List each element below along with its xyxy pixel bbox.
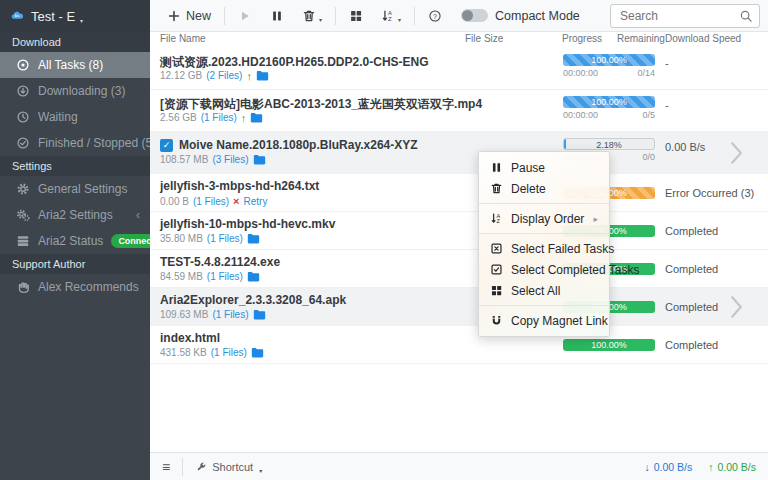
arrow-down-icon: ↓ xyxy=(644,461,649,473)
folder-icon[interactable] xyxy=(253,154,266,165)
chevron-right-icon[interactable] xyxy=(730,295,743,319)
menu-item-copy-magnet-link[interactable]: Copy Magnet Link xyxy=(479,310,609,331)
progress-label: 100.00% xyxy=(563,339,655,351)
menu-icon[interactable]: ≡ xyxy=(162,459,170,475)
search-input[interactable] xyxy=(610,4,760,28)
file-count-link[interactable]: (3 Files) xyxy=(212,154,248,165)
section-header-download: Download xyxy=(0,32,150,52)
status-text: Error Occurred (3) xyxy=(665,187,754,199)
progress-bar: 100.00% xyxy=(563,339,655,351)
sidebar-item-general-settings[interactable]: General Settings xyxy=(0,176,150,202)
section-header-support-author: Support Author xyxy=(0,254,150,274)
retry-link[interactable]: Retry xyxy=(243,196,267,207)
status-text: - xyxy=(665,57,669,69)
table-row[interactable]: index.html431.58 KB(1 Files)100.00%Compl… xyxy=(150,326,768,364)
folder-icon[interactable] xyxy=(256,70,269,81)
gears-icon xyxy=(16,208,30,222)
table-row[interactable]: [资源下载网站]电影ABC-2013-2013_蓝光国英双语双字.mp42.56… xyxy=(150,90,768,132)
file-count-link[interactable]: (2 Files) xyxy=(206,70,242,81)
bullseye-icon xyxy=(16,58,30,72)
menu-item-select-all[interactable]: Select All xyxy=(479,280,609,301)
grid-icon xyxy=(490,284,503,297)
sidebar-item-label: Alex Recommends xyxy=(38,280,139,294)
trash-icon xyxy=(490,182,503,195)
gear-icon xyxy=(16,182,30,196)
toggle-knob xyxy=(462,10,473,21)
sidebar-item-label: Aria2 Status xyxy=(38,234,103,248)
chevron-right-icon[interactable] xyxy=(730,141,743,165)
file-count-link[interactable]: (1 Files) xyxy=(211,347,247,358)
folder-icon[interactable] xyxy=(247,271,260,282)
file-count-link[interactable]: (1 Files) xyxy=(212,309,248,320)
app-window: Aria Test - E ▾ DownloadAll Tasks (8)Dow… xyxy=(0,0,768,480)
file-name: Moive Name.2018.1080p.BluRay.x264-XYZ xyxy=(179,138,418,152)
status-text: Completed xyxy=(665,225,718,237)
menu-item-display-order[interactable]: AZDisplay Order▸ xyxy=(479,208,609,229)
sidebar-header[interactable]: Aria Test - E ▾ xyxy=(0,0,150,32)
menu-item-select-completed-tasks[interactable]: Select Completed Tasks xyxy=(479,259,609,280)
pause-button[interactable] xyxy=(261,5,293,27)
folder-icon[interactable] xyxy=(251,347,264,358)
file-count-link[interactable]: (1 Files) xyxy=(193,196,229,207)
delete-button[interactable]: ▾ xyxy=(293,5,331,27)
svg-text:Aria: Aria xyxy=(15,14,20,18)
table-row[interactable]: Aria2Explorer_2.3.3.3208_64.apk109.63 MB… xyxy=(150,288,768,326)
file-size: 108.57 MB xyxy=(160,154,208,165)
sidebar-nav: DownloadAll Tasks (8)Downloading (3)Wait… xyxy=(0,32,150,300)
sidebar-item-aria2-settings[interactable]: Aria2 Settings‹ xyxy=(0,202,150,228)
sidebar-item-aria2-status[interactable]: Aria2 StatusConnected xyxy=(0,228,150,254)
sort-az-icon: AZ xyxy=(490,212,503,225)
folder-icon[interactable] xyxy=(250,112,263,123)
sidebar-item-finished-stopped[interactable]: Finished / Stopped (5) xyxy=(0,130,150,156)
status-text: Completed xyxy=(665,339,718,351)
table-row[interactable]: 测试资源.2023.HD2160P.H265.DDP2.0-CHS-ENG12.… xyxy=(150,48,768,90)
sidebar-item-downloading[interactable]: Downloading (3) xyxy=(0,78,150,104)
global-upload-speed: ↑0.00 B/s xyxy=(708,461,756,473)
compact-mode-toggle[interactable] xyxy=(461,9,488,22)
new-task-button[interactable]: New xyxy=(158,5,220,27)
caret-down-icon: ▾ xyxy=(398,16,401,23)
sort-button[interactable]: AZ▾ xyxy=(372,5,410,27)
toolbar-divider xyxy=(224,7,225,25)
sidebar-item-label: All Tasks (8) xyxy=(38,58,103,72)
row-checkbox[interactable]: ✓ xyxy=(160,139,173,152)
progress-label: 100.00% xyxy=(563,96,655,108)
grid-icon xyxy=(349,9,363,23)
progress-pieces: 0/14 xyxy=(637,68,655,78)
sidebar-item-label: General Settings xyxy=(38,182,127,196)
status-text: Completed xyxy=(665,301,718,313)
select-mode-button[interactable] xyxy=(340,5,372,27)
menu-item-pause[interactable]: Pause xyxy=(479,157,609,178)
sidebar-item-waiting[interactable]: Waiting xyxy=(0,104,150,130)
progress-time: 00:00:00 xyxy=(563,68,598,78)
folder-icon[interactable] xyxy=(247,233,260,244)
file-name: TEST-5.4.8.21124.exe xyxy=(160,255,280,269)
file-name: Aria2Explorer_2.3.3.3208_64.apk xyxy=(160,293,346,307)
shortcut-label[interactable]: Shortcut xyxy=(212,461,253,473)
file-count-link[interactable]: (1 Files) xyxy=(201,112,237,123)
sidebar-item-all-tasks[interactable]: All Tasks (8) xyxy=(0,52,150,78)
status-text: - xyxy=(665,99,669,111)
menu-item-label: Pause xyxy=(511,161,545,175)
hand-icon xyxy=(16,280,30,294)
menu-item-delete[interactable]: Delete xyxy=(479,178,609,199)
table-row[interactable]: ✓Moive Name.2018.1080p.BluRay.x264-XYZ10… xyxy=(150,132,768,174)
sidebar-item-alex-recommends[interactable]: Alex Recommends xyxy=(0,274,150,300)
folder-icon[interactable] xyxy=(253,309,266,320)
table-row[interactable]: jellyfish-10-mbps-hd-hevc.mkv35.80 MB(1 … xyxy=(150,212,768,250)
table-row[interactable]: TEST-5.4.8.21124.exe84.59 MB(1 Files)100… xyxy=(150,250,768,288)
start-button[interactable] xyxy=(229,5,261,27)
trash-icon xyxy=(302,9,316,23)
help-button[interactable]: ? xyxy=(419,5,451,27)
progress-time: 00:00:00 xyxy=(563,110,598,120)
progress-pieces: 0/5 xyxy=(642,110,655,120)
menu-item-select-failed-tasks[interactable]: Select Failed Tasks xyxy=(479,238,609,259)
new-task-label: New xyxy=(186,9,211,23)
file-size: 0.00 B xyxy=(160,196,189,207)
plus-icon xyxy=(167,9,181,23)
file-count-link[interactable]: (1 Files) xyxy=(207,271,243,282)
progress-cell: 100.00%00:00:000/14 xyxy=(563,54,655,78)
file-count-link[interactable]: (1 Files) xyxy=(207,233,243,244)
file-size: 109.63 MB xyxy=(160,309,208,320)
table-row[interactable]: jellyfish-3-mbps-hd-h264.txt0.00 B(1 Fil… xyxy=(150,174,768,212)
